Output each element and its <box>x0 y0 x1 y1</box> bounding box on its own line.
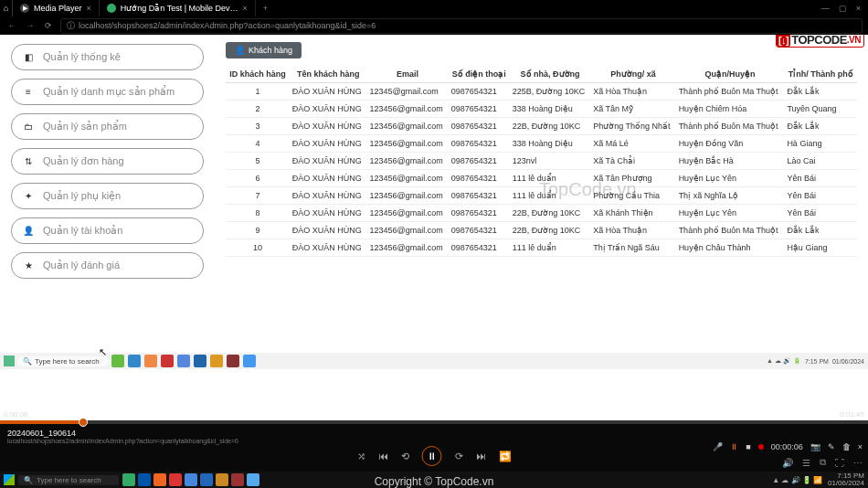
recorded-search: 🔍 Type here to search <box>17 356 109 366</box>
cell: Thành phố Buôn Ma Thuột <box>676 83 785 101</box>
fullscreen-icon[interactable]: ⛶ <box>835 458 844 468</box>
cell: Thị xã Nghĩa Lộ <box>676 187 785 205</box>
new-tab-button[interactable]: + <box>256 4 275 13</box>
forward-button[interactable]: → <box>24 21 37 30</box>
sidebar-item-2[interactable]: 🗀Quản lý sản phẩm <box>11 113 204 140</box>
sidebar-item-label: Quản lý đánh giá <box>43 260 120 271</box>
forward-button[interactable]: ⟳ <box>455 451 463 462</box>
app-icon[interactable] <box>216 473 228 486</box>
table-row: 6ĐÀO XUÂN HÙNG123456@gmail.com0987654321… <box>226 170 857 187</box>
tab-secondary[interactable]: Hướng Dẫn Test | Mobile Dev… × <box>100 0 256 16</box>
sidebar-item-4[interactable]: ✦Quản lý phụ kiện <box>11 183 204 209</box>
sidebar-item-label: Quản lý tài khoản <box>43 225 122 237</box>
cell: Thị Trấn Ngã Sáu <box>590 239 675 257</box>
cell: Xã Khánh Thiện <box>590 205 675 222</box>
app-icon[interactable] <box>153 473 166 486</box>
stop-rec-icon[interactable]: ■ <box>746 442 750 451</box>
cell: 0987654321 <box>449 239 510 257</box>
table-row: 1ĐÀO XUÂN HÙNG12345@gmail.com09876543212… <box>226 83 857 101</box>
cc-icon[interactable]: ☰ <box>802 458 810 468</box>
column-header: Số điện thoại <box>449 66 510 83</box>
search-placeholder: Type here to search <box>37 476 101 484</box>
url-text: localhost/shopshoes2/admin/indexAdmin.ph… <box>79 21 376 30</box>
cell: Xã Tân Mỹ <box>590 101 675 118</box>
repeat-button[interactable]: 🔁 <box>499 451 512 462</box>
cell: 8 <box>226 205 290 222</box>
sidebar-icon: ⇅ <box>23 156 34 166</box>
camera-icon[interactable]: 📷 <box>810 442 820 451</box>
cell: 111 lê duẩn <box>510 239 590 257</box>
table-row: 3ĐÀO XUÂN HÙNG123456@gmail.com0987654321… <box>226 118 857 135</box>
close-icon[interactable]: × <box>243 4 248 13</box>
trash-icon[interactable]: 🗑 <box>842 442 851 451</box>
sidebar-item-0[interactable]: ◧Quản lý thống kê <box>11 44 204 70</box>
tab-media-player[interactable]: ▶ Media Player × <box>13 0 100 16</box>
volume-icon[interactable]: 🔊 <box>782 458 793 468</box>
time-total: 0:01:45 <box>840 410 864 419</box>
rec-dot-icon <box>758 444 764 450</box>
pause-rec-icon[interactable]: ⏸ <box>730 442 738 451</box>
start-button[interactable] <box>4 474 15 485</box>
sidebar-icon: ≡ <box>23 87 34 97</box>
column-header: Email <box>367 66 449 83</box>
prev-button[interactable]: ⏮ <box>378 451 388 461</box>
cell: 0987654321 <box>449 153 510 170</box>
tray-icons[interactable]: ▲ ☁ 🔊 🔋 📶 <box>772 476 822 484</box>
shuffle-button[interactable]: ⤮ <box>357 451 365 462</box>
brush-icon[interactable]: ✎ <box>828 442 835 451</box>
address-bar[interactable]: ⓘ localhost/shopshoes2/admin/indexAdmin.… <box>60 18 863 34</box>
next-button[interactable]: ⏭ <box>476 451 486 461</box>
app-icon[interactable] <box>185 473 197 486</box>
cell: ĐÀO XUÂN HÙNG <box>290 205 367 222</box>
mic-icon[interactable]: 🎤 <box>713 442 723 451</box>
close-panel-icon[interactable]: × <box>858 442 863 451</box>
taskbar-search[interactable]: 🔍 Type here to search <box>18 475 119 485</box>
sidebar-item-3[interactable]: ⇅Quản lý đơn hàng <box>11 148 204 175</box>
app-icon[interactable] <box>247 473 259 486</box>
cell: Huyện Lục Yên <box>676 170 785 187</box>
cell: Xã Hòa Thuận <box>590 222 675 239</box>
cell: 123456@gmail.com <box>367 118 449 135</box>
sidebar-item-label: Quản lý danh mục sản phẩm <box>43 86 175 98</box>
sidebar-icon: ◧ <box>23 52 34 62</box>
close-icon[interactable]: × <box>87 4 91 13</box>
maximize-icon[interactable]: ▢ <box>839 4 847 13</box>
sidebar-item-label: Quản lý thống kê <box>43 51 121 63</box>
app-icon[interactable] <box>231 473 244 486</box>
progress-thumb[interactable] <box>79 418 88 427</box>
home-icon[interactable]: ⌂ <box>0 0 13 16</box>
close-window-icon[interactable]: × <box>856 4 861 13</box>
app-icon[interactable] <box>200 473 213 486</box>
cell: ĐÀO XUÂN HÙNG <box>290 83 367 101</box>
customers-badge[interactable]: 👤 Khách hàng <box>226 42 302 58</box>
pip-icon[interactable]: ⧉ <box>820 457 826 468</box>
cell: 2 <box>226 101 290 118</box>
rewind-button[interactable]: ⟲ <box>401 451 409 462</box>
media-title: 20240601_190614 <box>7 429 861 438</box>
topcode-logo: [↓] TOPCODE .VN <box>776 35 864 48</box>
table-row: 4ĐÀO XUÂN HÙNG123456@gmail.com0987654321… <box>226 135 857 153</box>
sidebar-item-label: Quản lý đơn hàng <box>43 155 124 167</box>
cell: 338 Hoàng Diệu <box>510 135 590 153</box>
logo-text: TOPCODE <box>791 35 847 47</box>
sidebar-item-6[interactable]: ★Quản lý đánh giá <box>11 252 204 279</box>
cell: ĐÀO XUÂN HÙNG <box>290 101 367 118</box>
recorded-time: 7:15 PM <box>805 358 829 365</box>
cell: 338 Hoàng Diệu <box>510 101 590 118</box>
play-pause-button[interactable]: ⏸ <box>422 446 442 466</box>
cell: 123456@gmail.com <box>367 205 449 222</box>
app-icon[interactable] <box>169 473 182 486</box>
cell: Thành phố Buôn Ma Thuột <box>676 222 785 239</box>
search-placeholder: Type here to search <box>35 357 100 366</box>
cell: 9 <box>226 222 290 239</box>
reload-button[interactable]: ⟳ <box>42 21 55 30</box>
cell: 0987654321 <box>449 101 510 118</box>
app-icon[interactable] <box>138 473 151 486</box>
progress-track[interactable] <box>0 420 868 424</box>
app-icon[interactable] <box>122 473 135 486</box>
minimize-icon[interactable]: — <box>821 4 830 13</box>
sidebar-item-5[interactable]: 👤Quản lý tài khoản <box>11 217 204 244</box>
back-button[interactable]: ← <box>5 21 18 30</box>
sidebar-item-1[interactable]: ≡Quản lý danh mục sản phẩm <box>11 79 204 105</box>
more-icon[interactable]: ⋯ <box>853 458 863 468</box>
